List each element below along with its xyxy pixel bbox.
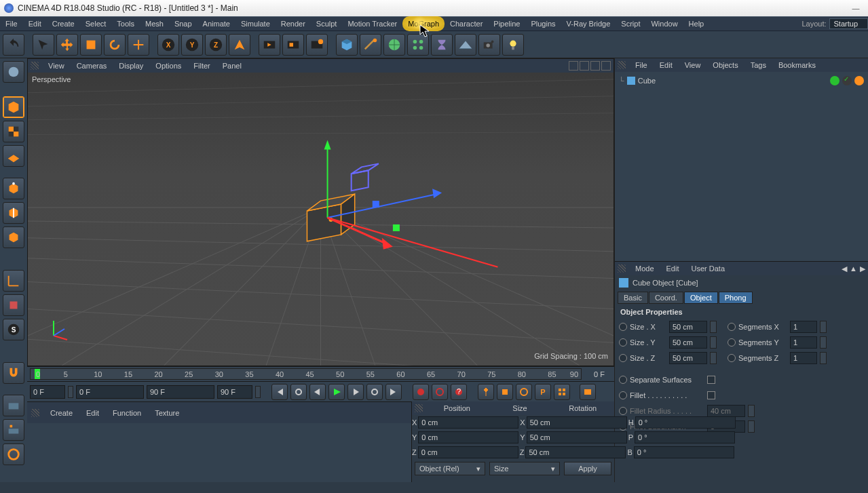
- spinner-icon[interactable]: [255, 386, 261, 398]
- objmgr-view[interactable]: View: [679, 61, 706, 69]
- menu-edit[interactable]: Edit: [23, 16, 47, 31]
- current-b-field[interactable]: [147, 385, 214, 399]
- spinner-icon[interactable]: [820, 352, 827, 364]
- coord-rot-x[interactable]: [635, 416, 736, 429]
- key-rot-icon[interactable]: [516, 384, 532, 400]
- mat-menu-function[interactable]: Function: [106, 409, 148, 417]
- prev-frame-icon[interactable]: [309, 384, 326, 400]
- spinner-icon[interactable]: [820, 336, 827, 349]
- planar-workplane-icon[interactable]: [3, 419, 24, 441]
- model-mode-icon[interactable]: [3, 96, 24, 118]
- minimize-button[interactable]: —: [848, 3, 864, 14]
- magnet-icon[interactable]: [3, 362, 24, 384]
- vp-menu-display[interactable]: Display: [113, 62, 149, 70]
- mat-menu-texture[interactable]: Texture: [148, 409, 186, 417]
- spinner-icon[interactable]: [710, 352, 717, 364]
- nav-back-icon[interactable]: ◀: [842, 264, 847, 273]
- vp-menu-options[interactable]: Options: [150, 62, 187, 70]
- menu-animate[interactable]: Animate: [197, 16, 235, 31]
- vp-nav-4-icon[interactable]: [601, 61, 611, 71]
- grip-icon[interactable]: [415, 404, 423, 412]
- fillet-checkbox[interactable]: [707, 391, 715, 399]
- layout-select[interactable]: Startup: [829, 18, 868, 29]
- anim-dot-icon[interactable]: [619, 376, 627, 384]
- grip-icon[interactable]: [618, 61, 626, 69]
- spline-pen-icon[interactable]: [360, 34, 381, 56]
- tab-phong[interactable]: Phong: [719, 292, 753, 304]
- spinner-icon[interactable]: [710, 321, 717, 333]
- objmgr-objects[interactable]: Objects: [707, 61, 743, 69]
- viewport-3d[interactable]: Perspective Grid Spacing : 100 cm: [28, 73, 614, 366]
- snap-icon[interactable]: S: [3, 319, 24, 340]
- menu-sculpt[interactable]: Sculpt: [311, 16, 343, 31]
- loop-icon[interactable]: [290, 384, 307, 400]
- play-icon[interactable]: [328, 384, 345, 400]
- locked-workplane-icon[interactable]: [3, 395, 24, 416]
- anim-dot-icon[interactable]: [728, 354, 736, 362]
- vp-menu-panel[interactable]: Panel: [217, 62, 247, 70]
- apply-button[interactable]: Apply: [564, 462, 611, 475]
- keyframe-sel-icon[interactable]: ?: [451, 384, 467, 400]
- texture-mode-icon[interactable]: [3, 121, 24, 142]
- vp-nav-1-icon[interactable]: [569, 61, 578, 71]
- floor-icon[interactable]: [455, 34, 476, 56]
- record-icon[interactable]: [413, 384, 429, 400]
- render-pv-icon[interactable]: [282, 34, 304, 56]
- workplane-icon[interactable]: [3, 145, 24, 167]
- coord-size-mode-select[interactable]: Size▾: [489, 462, 560, 475]
- visibility-render-icon[interactable]: [842, 76, 852, 85]
- attr-edit[interactable]: Edit: [661, 264, 685, 273]
- spinner-icon[interactable]: [820, 321, 827, 333]
- y-axis-icon[interactable]: Y: [181, 34, 203, 56]
- menu-motiontracker[interactable]: Motion Tracker: [342, 16, 402, 31]
- menu-render[interactable]: Render: [276, 16, 311, 31]
- loop-range-icon[interactable]: [366, 384, 383, 400]
- rotate-workplane-icon[interactable]: [3, 443, 24, 465]
- menu-mesh[interactable]: Mesh: [140, 16, 169, 31]
- anim-dot-icon[interactable]: [619, 391, 627, 399]
- menu-window[interactable]: Window: [645, 16, 683, 31]
- key-pos-icon[interactable]: [478, 384, 494, 400]
- coord-pos-z[interactable]: [418, 446, 518, 458]
- move-icon[interactable]: [56, 34, 78, 56]
- phong-tag-icon[interactable]: [854, 76, 864, 85]
- object-tree[interactable]: └ Cube: [615, 72, 868, 261]
- current-a-field[interactable]: [76, 385, 144, 399]
- attr-mode[interactable]: Mode: [630, 264, 660, 273]
- mat-menu-create[interactable]: Create: [43, 409, 79, 417]
- tab-basic[interactable]: Basic: [618, 292, 648, 304]
- menu-character[interactable]: Character: [445, 16, 488, 31]
- size-x-field[interactable]: [669, 321, 707, 333]
- last-tool-icon[interactable]: [128, 34, 149, 56]
- goto-end-icon[interactable]: [385, 384, 402, 400]
- vp-menu-cameras[interactable]: Cameras: [71, 62, 113, 70]
- render-settings-icon[interactable]: [306, 34, 328, 56]
- objmgr-bookmarks[interactable]: Bookmarks: [773, 61, 821, 69]
- coord-pos-x[interactable]: [418, 416, 518, 429]
- array-icon[interactable]: [407, 34, 429, 56]
- key-scale-icon[interactable]: [497, 384, 513, 400]
- timeline-track[interactable]: 0 5 10 15 20 25 30 35 40 45 50 55 60 65 …: [30, 368, 582, 380]
- dopesheet-icon[interactable]: [580, 384, 596, 400]
- axis-icon[interactable]: [3, 270, 24, 292]
- coord-size-x[interactable]: [527, 416, 627, 429]
- deformer-icon[interactable]: [431, 34, 453, 56]
- tab-object[interactable]: Object: [684, 292, 718, 304]
- spinner-icon[interactable]: [68, 386, 73, 398]
- nurbs-icon[interactable]: [383, 34, 405, 56]
- vp-nav-3-icon[interactable]: [590, 61, 600, 71]
- coord-pos-y[interactable]: [418, 431, 518, 443]
- grip-icon[interactable]: [618, 264, 626, 273]
- next-frame-icon[interactable]: [347, 384, 364, 400]
- object-row-cube[interactable]: └ Cube: [619, 75, 864, 87]
- menu-vraybridge[interactable]: V-Ray Bridge: [561, 16, 616, 31]
- z-axis-icon[interactable]: Z: [205, 34, 227, 56]
- anim-dot-icon[interactable]: [619, 354, 627, 362]
- menu-select[interactable]: Select: [80, 16, 112, 31]
- size-z-field[interactable]: [669, 352, 707, 364]
- point-mode-icon[interactable]: [3, 178, 24, 199]
- objmgr-file[interactable]: File: [630, 61, 653, 69]
- menu-help[interactable]: Help: [683, 16, 710, 31]
- menu-create[interactable]: Create: [47, 16, 80, 31]
- coord-system-icon[interactable]: [229, 34, 250, 56]
